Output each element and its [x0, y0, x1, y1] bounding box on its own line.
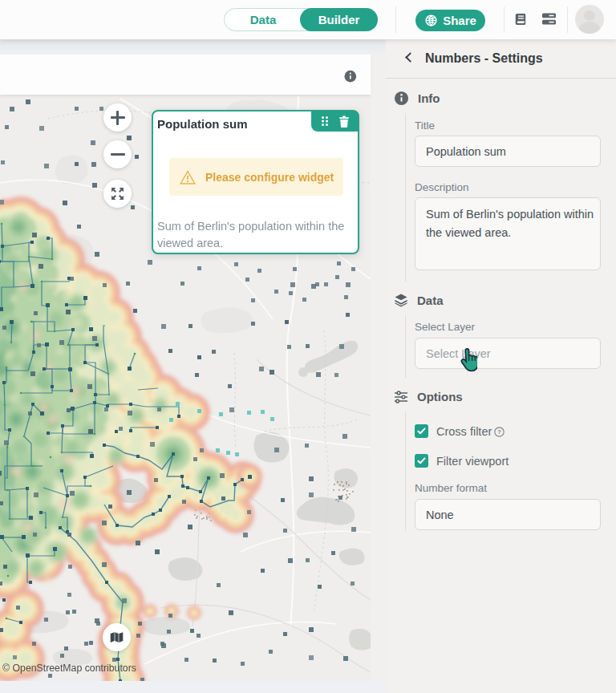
svg-text:?: ? — [497, 428, 501, 436]
